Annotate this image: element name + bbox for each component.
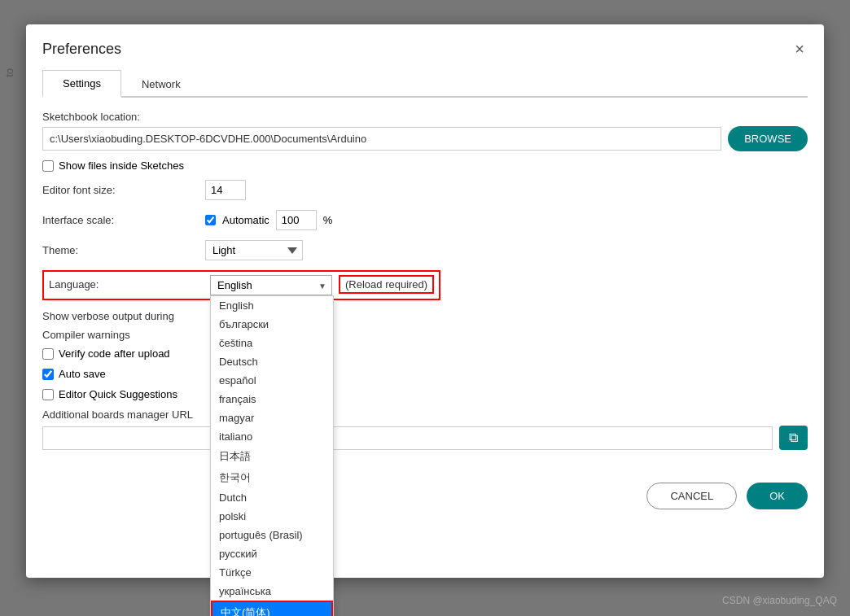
lang-option-portuguese[interactable]: português (Brasil)	[211, 526, 333, 544]
lang-option-spanish[interactable]: español	[211, 371, 333, 390]
language-dropdown-list: English български čeština Deutsch españo…	[210, 295, 334, 616]
preferences-dialog: Preferences × Settings Network Sketchboo…	[26, 24, 824, 578]
lang-option-english[interactable]: English	[211, 296, 333, 315]
language-label: Language:	[49, 275, 204, 291]
additional-boards-section: Additional boards manager URL ⧉	[42, 408, 808, 450]
show-files-row: Show files inside Sketches	[42, 159, 808, 172]
csdn-watermark: CSDN @xiaobuding_QAQ	[722, 595, 837, 606]
automatic-checkbox[interactable]	[205, 215, 216, 225]
browse-button[interactable]: BROWSE	[728, 126, 808, 151]
compiler-warnings-label: Compiler warnings	[42, 329, 808, 341]
verify-code-label: Verify code after upload	[59, 347, 170, 360]
auto-save-row: Auto save	[42, 368, 808, 380]
theme-select[interactable]: Light Dark	[205, 240, 303, 260]
sketchbook-path-row: BROWSE	[42, 126, 808, 151]
lang-option-french[interactable]: français	[211, 390, 333, 408]
close-button[interactable]: ×	[791, 37, 808, 60]
show-files-label: Show files inside Sketches	[59, 159, 184, 172]
lang-option-italian[interactable]: italiano	[211, 427, 333, 446]
lang-option-hungarian[interactable]: magyar	[211, 408, 333, 427]
lang-option-korean[interactable]: 한국어	[211, 467, 333, 488]
editor-font-size-label: Editor font size:	[42, 184, 205, 196]
verbose-label: Show verbose output during	[42, 310, 205, 322]
show-files-checkbox[interactable]	[42, 160, 54, 172]
scale-row: Automatic %	[205, 210, 332, 230]
language-selected-value: English	[217, 279, 252, 291]
cancel-button[interactable]: CANCEL	[646, 483, 737, 509]
editor-font-size-input[interactable]	[205, 180, 246, 200]
lang-option-turkish[interactable]: Türkçe	[211, 563, 333, 582]
tab-network[interactable]: Network	[121, 70, 201, 98]
interface-scale-label: Interface scale:	[42, 214, 205, 226]
language-dropdown-arrow: ▼	[318, 281, 326, 290]
lang-option-dutch[interactable]: Dutch	[211, 488, 333, 507]
auto-save-checkbox[interactable]	[42, 369, 54, 380]
lang-option-chinese-simplified[interactable]: 中文(简体)	[211, 601, 333, 616]
dialog-body: Sketchbook location: BROWSE Show files i…	[26, 98, 824, 463]
theme-row: Theme: Light Dark	[42, 240, 808, 260]
dialog-title: Preferences	[42, 41, 121, 58]
additional-boards-label: Additional boards manager URL	[42, 408, 193, 421]
reload-required-note: (Reload required)	[339, 275, 434, 294]
url-row: ⧉	[42, 426, 808, 450]
language-select-display[interactable]: English ▼	[210, 275, 332, 295]
tab-settings[interactable]: Settings	[42, 70, 121, 98]
editor-quick-row: Editor Quick Suggestions	[42, 388, 808, 400]
ok-button[interactable]: OK	[747, 483, 808, 509]
copy-button[interactable]: ⧉	[779, 426, 808, 450]
lang-option-bulgarian[interactable]: български	[211, 315, 333, 334]
lang-option-russian[interactable]: русский	[211, 544, 333, 563]
tabs-bar: Settings Network	[42, 70, 808, 98]
lang-option-japanese[interactable]: 日本語	[211, 446, 333, 467]
verify-code-row: Verify code after upload	[42, 347, 808, 360]
dialog-footer: CANCEL OK	[26, 470, 824, 522]
scale-unit: %	[323, 214, 333, 226]
editor-quick-checkbox[interactable]	[42, 389, 54, 400]
interface-scale-row: Interface scale: Automatic %	[42, 210, 808, 230]
sketchbook-path-input[interactable]	[42, 127, 721, 151]
language-select-container: English ▼ English български čeština Deut…	[210, 275, 332, 295]
url-input[interactable]	[42, 426, 773, 450]
sketchbook-location-label: Sketchbook location:	[42, 111, 808, 123]
verify-code-checkbox[interactable]	[42, 348, 54, 360]
scale-input[interactable]	[276, 210, 317, 230]
editor-font-size-row: Editor font size:	[42, 180, 808, 200]
verbose-row: Show verbose output during	[42, 310, 808, 322]
lang-option-ukrainian[interactable]: українська	[211, 582, 333, 601]
automatic-label: Automatic	[222, 214, 269, 226]
language-row: Language: English ▼ English български če…	[42, 270, 440, 300]
auto-save-label: Auto save	[59, 368, 106, 380]
theme-label: Theme:	[42, 244, 205, 256]
dialog-header: Preferences ×	[26, 24, 824, 60]
lang-option-polish[interactable]: polski	[211, 507, 333, 526]
compiler-warnings-text: Compiler warnings	[42, 329, 130, 341]
lang-option-czech[interactable]: čeština	[211, 334, 333, 352]
editor-quick-label: Editor Quick Suggestions	[59, 388, 177, 400]
side-label: to	[0, 65, 19, 81]
lang-option-german[interactable]: Deutsch	[211, 352, 333, 371]
